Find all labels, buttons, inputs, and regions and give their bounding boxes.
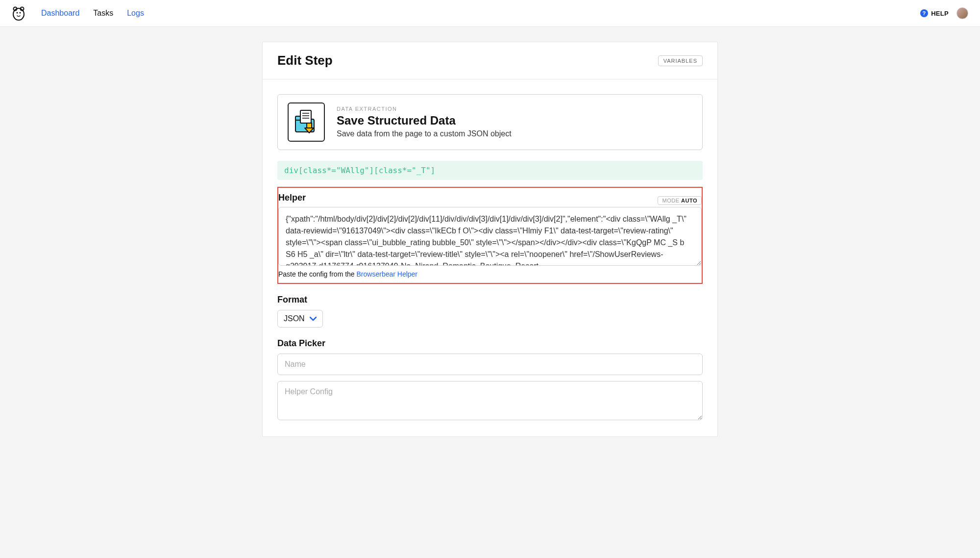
main: Edit Step VARIABLES xyxy=(0,27,980,466)
avatar[interactable] xyxy=(956,7,968,19)
format-select[interactable]: JSON xyxy=(277,310,323,328)
action-summary: DATA EXTRACTION Save Structured Data Sav… xyxy=(277,94,703,150)
data-picker-name-input[interactable] xyxy=(277,354,703,375)
action-title: Save Structured Data xyxy=(337,114,512,127)
page-title: Edit Step xyxy=(277,53,333,68)
helper-field: Helper MODE AUTO Paste the config from t… xyxy=(278,193,702,278)
help-link[interactable]: ? HELP xyxy=(920,9,949,17)
format-value: JSON xyxy=(284,314,305,323)
selector-preview: div[class*="WAllg"][class*="_T"] xyxy=(277,161,703,180)
topbar-right: ? HELP xyxy=(920,7,968,19)
action-description: Save data from the page to a custom JSON… xyxy=(337,129,512,138)
svg-point-3 xyxy=(17,12,18,14)
action-meta: DATA EXTRACTION Save Structured Data Sav… xyxy=(337,106,512,138)
topbar: Dashboard Tasks Logs ? HELP xyxy=(0,0,980,27)
card-header: Edit Step VARIABLES xyxy=(263,42,717,79)
variables-button[interactable]: VARIABLES xyxy=(658,55,703,66)
save-structured-data-icon xyxy=(288,102,325,142)
chevron-down-icon xyxy=(310,315,317,323)
action-category: DATA EXTRACTION xyxy=(337,106,512,112)
helper-hint-prefix: Paste the config from the xyxy=(278,270,357,278)
format-label: Format xyxy=(277,295,703,305)
bear-logo-icon xyxy=(12,5,25,21)
svg-rect-11 xyxy=(307,123,312,128)
helper-label: Helper xyxy=(278,193,702,203)
help-icon: ? xyxy=(920,9,928,17)
edit-step-card: Edit Step VARIABLES xyxy=(262,42,718,437)
nav-tasks[interactable]: Tasks xyxy=(93,9,113,18)
mode-value: AUTO xyxy=(681,198,697,203)
svg-rect-7 xyxy=(300,110,311,123)
card-body: DATA EXTRACTION Save Structured Data Sav… xyxy=(263,79,717,436)
helper-highlighted-region: Helper MODE AUTO Paste the config from t… xyxy=(277,187,703,284)
svg-point-4 xyxy=(20,12,21,14)
data-picker-config-textarea[interactable] xyxy=(277,381,703,420)
helper-textarea[interactable] xyxy=(278,207,702,266)
mode-prefix: MODE xyxy=(662,198,679,203)
format-section: Format JSON xyxy=(277,295,703,328)
help-label: HELP xyxy=(931,10,949,17)
helper-hint-link[interactable]: Browserbear Helper xyxy=(357,270,418,278)
helper-hint: Paste the config from the Browserbear He… xyxy=(278,270,702,278)
data-picker-label: Data Picker xyxy=(277,338,703,349)
topbar-left: Dashboard Tasks Logs xyxy=(12,5,144,21)
main-nav: Dashboard Tasks Logs xyxy=(41,9,144,18)
logo[interactable] xyxy=(12,5,25,21)
data-picker-section: Data Picker xyxy=(277,338,703,422)
nav-logs[interactable]: Logs xyxy=(127,9,144,18)
nav-dashboard[interactable]: Dashboard xyxy=(41,9,79,18)
mode-badge[interactable]: MODE AUTO xyxy=(658,196,702,205)
helper-textarea-wrap: MODE AUTO xyxy=(278,207,702,267)
